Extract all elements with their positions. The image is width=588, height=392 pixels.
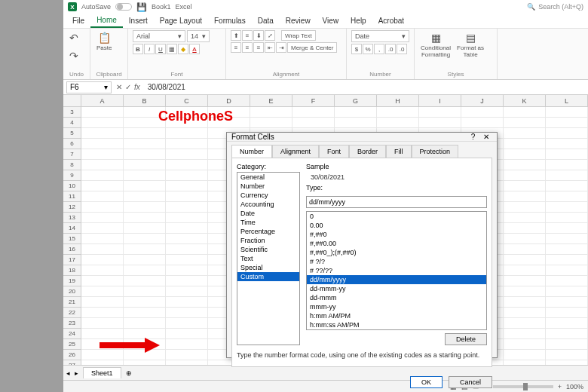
type-item[interactable]: #,##0_);(#,##0) [307, 248, 486, 257]
cell[interactable] [461, 118, 504, 128]
enter-formula-icon[interactable]: ✓ [125, 83, 131, 91]
cell[interactable] [166, 329, 208, 339]
cell[interactable] [81, 170, 124, 181]
cell[interactable] [166, 276, 208, 286]
cell[interactable] [377, 107, 419, 118]
cell[interactable] [124, 350, 166, 360]
cell[interactable] [124, 149, 166, 160]
search-box[interactable]: 🔍 Search (Alt+Q) [527, 3, 583, 11]
cell[interactable] [546, 107, 588, 118]
comma-button[interactable]: , [374, 44, 384, 54]
dialog-close-button[interactable]: ✕ [480, 133, 492, 141]
cell[interactable] [81, 360, 124, 365]
font-size-combo[interactable]: 14▾ [187, 30, 210, 42]
row-header[interactable]: 25 [63, 339, 81, 350]
column-header[interactable]: A [81, 95, 124, 106]
cell[interactable] [546, 244, 588, 255]
cell[interactable] [81, 160, 124, 170]
column-header[interactable]: J [461, 95, 504, 106]
type-item[interactable]: 0 [307, 212, 486, 221]
cell[interactable] [419, 107, 461, 118]
cell[interactable] [504, 139, 546, 149]
category-list[interactable]: GeneralNumberCurrencyAccountingDateTimeP… [237, 172, 300, 345]
column-header[interactable]: D [208, 95, 250, 106]
cell[interactable] [335, 118, 377, 128]
cell[interactable] [546, 255, 588, 265]
dialog-help-button[interactable]: ? [468, 133, 479, 141]
italic-button[interactable]: I [144, 44, 155, 54]
type-item[interactable]: dd/mm/yyyy [307, 275, 486, 284]
cell[interactable] [504, 213, 546, 223]
cell[interactable] [546, 191, 588, 202]
cell[interactable] [166, 118, 208, 128]
category-item[interactable]: Fraction [237, 236, 299, 245]
column-header[interactable]: H [377, 95, 419, 106]
cell[interactable] [166, 318, 208, 329]
column-header[interactable]: B [124, 95, 166, 106]
sheet-tab[interactable]: Sheet1 [83, 367, 121, 378]
cell[interactable] [504, 181, 546, 191]
undo-button[interactable]: ↶ [68, 30, 80, 45]
cell[interactable] [504, 244, 546, 255]
conditional-formatting-button[interactable]: ▦Conditional Formatting [419, 30, 452, 60]
cell[interactable] [546, 339, 588, 350]
cell[interactable] [124, 118, 166, 128]
ok-button[interactable]: OK [410, 376, 443, 388]
category-item[interactable]: Special [237, 263, 299, 272]
cell[interactable] [546, 202, 588, 213]
zoom-level[interactable]: 100% [566, 383, 583, 390]
cell[interactable] [124, 128, 166, 139]
category-item[interactable]: Scientific [237, 245, 299, 254]
tab-border[interactable]: Border [349, 145, 386, 158]
category-item[interactable]: Text [237, 254, 299, 263]
row-header[interactable]: 11 [63, 191, 81, 202]
cell[interactable] [124, 234, 166, 244]
cell[interactable] [208, 107, 250, 118]
type-item[interactable]: dd-mmm [307, 293, 486, 302]
menu-formulas[interactable]: Formulas [208, 14, 252, 27]
cell[interactable] [546, 286, 588, 297]
type-item[interactable]: #,##0.00 [307, 239, 486, 248]
menu-file[interactable]: File [66, 14, 90, 27]
cell[interactable] [546, 234, 588, 244]
number-format-combo[interactable]: Date▾ [351, 30, 409, 42]
cell[interactable] [124, 181, 166, 191]
row-header[interactable]: 27 [63, 360, 81, 365]
cell[interactable] [335, 107, 377, 118]
cell[interactable] [504, 223, 546, 234]
type-item[interactable]: mmm-yy [307, 302, 486, 311]
row-header[interactable]: 18 [63, 265, 81, 276]
cell[interactable] [81, 329, 124, 339]
category-item[interactable]: Currency [237, 191, 299, 200]
type-item[interactable]: # ??/?? [307, 266, 486, 275]
row-header[interactable]: 16 [63, 244, 81, 255]
cell[interactable] [546, 329, 588, 339]
cell[interactable] [208, 118, 250, 128]
cell[interactable] [166, 339, 208, 350]
column-header[interactable]: L [546, 95, 588, 106]
menu-acrobat[interactable]: Acrobat [372, 14, 410, 27]
bold-button[interactable]: B [133, 44, 143, 54]
cell[interactable] [81, 276, 124, 286]
cell[interactable] [81, 213, 124, 223]
cell[interactable] [166, 297, 208, 308]
category-item[interactable]: Accounting [237, 200, 299, 209]
tab-protection[interactable]: Protection [412, 145, 459, 158]
category-item[interactable]: Percentage [237, 227, 299, 236]
type-input[interactable] [306, 196, 487, 208]
cell[interactable] [166, 223, 208, 234]
cell[interactable] [546, 213, 588, 223]
cell[interactable] [124, 308, 166, 318]
zoom-in-icon[interactable]: + [558, 383, 562, 390]
type-item[interactable]: h:mm:ss AM/PM [307, 320, 486, 329]
type-list[interactable]: 00.00#,##0#,##0.00#,##0_);(#,##0)# ?/?# … [306, 211, 487, 330]
cell[interactable] [81, 149, 124, 160]
cell[interactable] [81, 286, 124, 297]
menu-help[interactable]: Help [345, 14, 372, 27]
category-item[interactable]: Date [237, 209, 299, 218]
cell[interactable] [124, 265, 166, 276]
row-header[interactable]: 3 [63, 107, 81, 118]
cell[interactable] [546, 181, 588, 191]
cell[interactable] [166, 244, 208, 255]
cell[interactable] [166, 350, 208, 360]
